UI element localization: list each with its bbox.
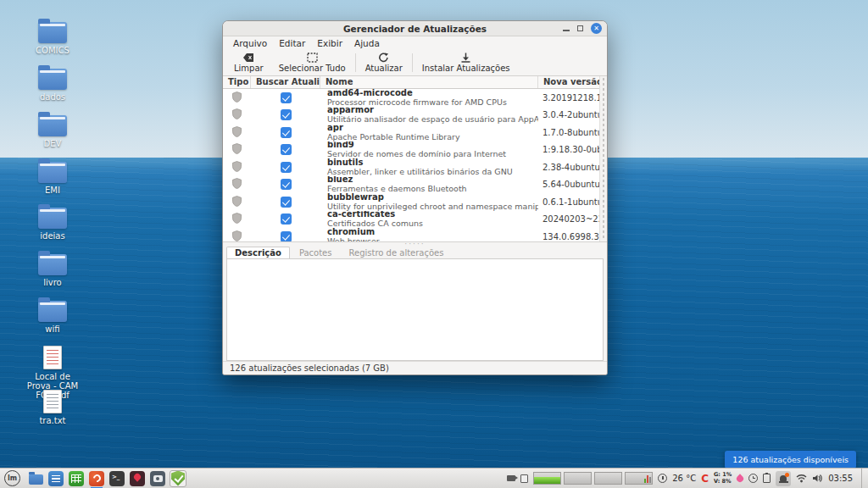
- package-version: 20240203~22.04.1: [538, 211, 607, 229]
- window-titlebar[interactable]: Gerenciador de Atualizações ✕: [223, 21, 607, 36]
- browser-taskbar-button[interactable]: [88, 470, 105, 487]
- table-row[interactable]: chromiumWeb browser134.0.6998.35~linuxmi…: [223, 228, 607, 241]
- update-checkbox[interactable]: [281, 231, 292, 241]
- file-manager-taskbar-button[interactable]: [27, 470, 44, 487]
- package-name: apparmor: [327, 107, 374, 115]
- temperature-reading: 26 °C: [672, 474, 696, 483]
- desktop-icon-ideias[interactable]: ideias: [24, 208, 81, 241]
- close-icon[interactable]: ✕: [591, 23, 602, 34]
- minimize-icon[interactable]: [563, 30, 570, 31]
- update-checkbox[interactable]: [281, 197, 292, 208]
- table-row[interactable]: bubblewrapUtility for unprivileged chroo…: [223, 193, 607, 211]
- table-row[interactable]: amd64-microcodeProcessor microcode firmw…: [223, 89, 607, 107]
- mint-menu-button[interactable]: lm: [4, 470, 20, 486]
- droplet-icon[interactable]: [736, 474, 745, 483]
- package-name: bind9: [327, 141, 354, 150]
- text-editor-taskbar-button[interactable]: [47, 470, 64, 487]
- shield-icon: [232, 125, 242, 141]
- select-all-button[interactable]: Selecionar Tudo: [271, 50, 353, 75]
- refresh-button[interactable]: Atualizar: [358, 50, 410, 75]
- menu-editar[interactable]: Editar: [273, 38, 311, 48]
- tab-strip: DescriçãoPacotesRegistro de alterações: [223, 246, 607, 258]
- volume-icon[interactable]: [812, 474, 823, 483]
- spreadsheet-taskbar-button[interactable]: [68, 470, 85, 487]
- cpu-graph-icon[interactable]: [533, 472, 561, 485]
- desktop-icon-tra-txt[interactable]: tra.txt: [24, 390, 81, 425]
- desktop-icon-dev[interactable]: DEV: [24, 115, 81, 148]
- desktop-icon-label: ideias: [40, 231, 64, 241]
- column-header-0[interactable]: Tipo: [223, 76, 251, 88]
- desktop-icon-comics[interactable]: COMICS: [24, 22, 81, 55]
- show-desktop-button[interactable]: [861, 469, 865, 488]
- select-all-icon: [307, 53, 318, 63]
- update-checkbox[interactable]: [281, 127, 292, 138]
- menu-arquivo[interactable]: Arquivo: [227, 38, 273, 48]
- pin-app-taskbar-button[interactable]: [129, 470, 146, 487]
- description-panel: [226, 258, 604, 361]
- vertical-scrollbar[interactable]: [599, 76, 607, 241]
- table-row[interactable]: binutilsAssembler, linker e utilitários …: [223, 158, 607, 176]
- update-checkbox[interactable]: [281, 214, 292, 225]
- install-button[interactable]: Instalar Atualizações: [415, 50, 518, 75]
- column-header-3[interactable]: Nova versão: [538, 76, 607, 88]
- terminal-taskbar-button[interactable]: [108, 470, 125, 487]
- notes-tray-icon[interactable]: [520, 474, 528, 483]
- toolbar-button-label: Limpar: [234, 64, 264, 73]
- desktop-icon-wifi[interactable]: wifi: [24, 301, 81, 334]
- column-header-1[interactable]: Buscar Atualizações: [251, 76, 320, 88]
- toolbar-button-label: Selecionar Tudo: [279, 64, 346, 73]
- table-row[interactable]: bluezFerramentas e daemons Bluetooth5.64…: [223, 176, 607, 194]
- tab-descri-o[interactable]: Descrição: [226, 247, 290, 258]
- update-checkbox[interactable]: [281, 162, 292, 173]
- update-manager-taskbar-button[interactable]: [170, 470, 186, 487]
- update-checkbox[interactable]: [281, 109, 292, 120]
- menu-ajuda[interactable]: Ajuda: [348, 38, 386, 48]
- updates-available-notification[interactable]: 126 atualizações disponíveis: [725, 451, 856, 469]
- update-checkbox[interactable]: [281, 144, 292, 155]
- clear-icon: [242, 53, 255, 63]
- desktop-icon-dados[interactable]: dados: [24, 69, 81, 102]
- update-checkbox[interactable]: [281, 92, 292, 103]
- column-header-2[interactable]: Nome: [320, 76, 538, 88]
- thermometer-icon[interactable]: [658, 474, 667, 483]
- memory-graph-icon[interactable]: [564, 472, 592, 485]
- clamav-icon[interactable]: C: [701, 473, 709, 485]
- desktop-icon-label: COMICS: [36, 46, 70, 55]
- table-row[interactable]: apparmorUtilitário analisador de espaço …: [223, 107, 607, 125]
- desktop-icon-emi[interactable]: EMI: [24, 162, 81, 195]
- taskbar-clock[interactable]: 03:55: [828, 474, 853, 483]
- table-body: amd64-microcodeProcessor microcode firmw…: [223, 89, 607, 241]
- toolbar-button-label: Atualizar: [365, 64, 403, 73]
- shield-icon: [232, 229, 242, 241]
- wifi-icon[interactable]: [796, 474, 807, 483]
- package-name: bubblewrap: [327, 193, 384, 202]
- table-row[interactable]: aprApache Portable Runtime Library1.7.0-…: [223, 124, 607, 141]
- maximize-icon[interactable]: [577, 25, 583, 31]
- camera-tray-icon[interactable]: [507, 475, 515, 481]
- update-checkbox[interactable]: [281, 179, 292, 190]
- clipboard-icon[interactable]: [763, 474, 771, 483]
- toolbar: LimparSelecionar TudoAtualizarInstalar A…: [223, 50, 607, 76]
- screenshot-app-taskbar-button[interactable]: [149, 470, 166, 487]
- tab-registro-de-altera-es[interactable]: Registro de alterações: [341, 247, 451, 258]
- desktop-icon-livro[interactable]: livro: [24, 254, 81, 287]
- shield-icon: [232, 107, 242, 123]
- package-name: amd64-microcode: [327, 89, 413, 97]
- table-row[interactable]: ca-certificatesCertificados CA comuns202…: [223, 211, 607, 229]
- clock-icon[interactable]: [748, 474, 758, 483]
- network-graph-icon[interactable]: [625, 472, 653, 485]
- folder-icon: [38, 254, 67, 275]
- package-version: 3.20191218.1ubuntu2.3: [538, 89, 607, 107]
- package-description: Web browser: [327, 237, 380, 241]
- taskbar: lm 26 °C C G: 1% V: 8%: [0, 468, 868, 488]
- window-controls: ✕: [563, 21, 602, 36]
- package-name: ca-certificates: [327, 211, 395, 219]
- menu-exibir[interactable]: Exibir: [311, 38, 348, 48]
- system-monitor-graphs[interactable]: [533, 472, 653, 485]
- clear-button[interactable]: Limpar: [226, 50, 271, 75]
- disk-graph-icon[interactable]: [594, 472, 622, 485]
- desktop-icon-label: livro: [43, 278, 61, 287]
- tab-pacotes[interactable]: Pacotes: [292, 247, 340, 258]
- notification-bell-icon[interactable]: [776, 471, 791, 486]
- table-row[interactable]: bind9Servidor de nomes de domínio para I…: [223, 141, 607, 159]
